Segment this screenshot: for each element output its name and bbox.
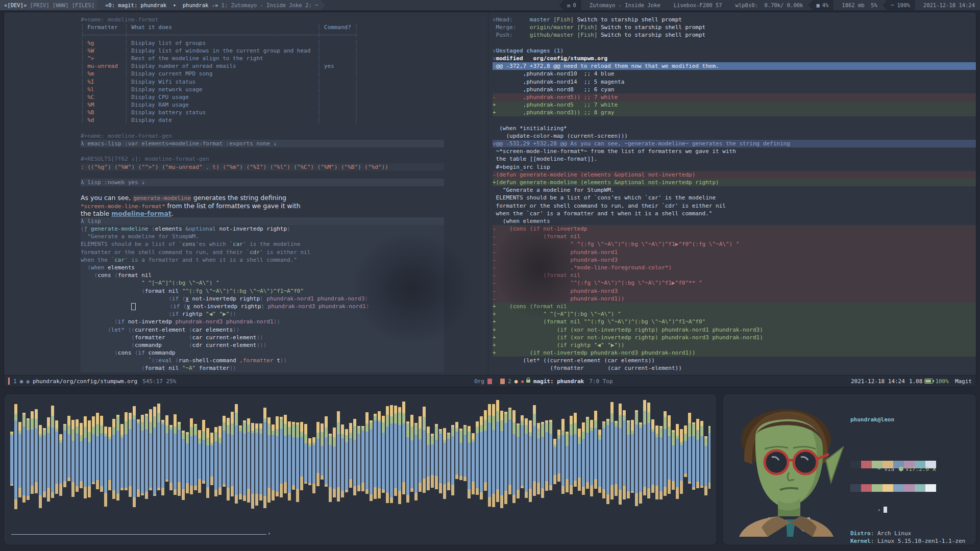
group-list[interactable]: «[DEV]» [PRIV] [WWW] [FILES] (0, 0, 102, 10)
visualizer-bar (316, 400, 320, 523)
buffer-line: ELEMENTS should be a list of `cons'es wh… (493, 194, 976, 202)
buffer-line: (formatter (car current-element)) (493, 364, 976, 372)
buffer-line: + (if rightp "◀" "▶")) (493, 341, 976, 349)
file-icon (487, 379, 492, 384)
visualizer-bar (561, 400, 565, 523)
visualizer-bar (116, 400, 119, 523)
cpu-segment[interactable]: ▦4% (808, 0, 834, 10)
buffer-line: │ %d │ Display date │ │ (81, 116, 488, 124)
visualizer-bar (586, 400, 589, 523)
visualizer-bar (39, 400, 42, 523)
battery-percent: 100% (935, 378, 949, 385)
modeline-right[interactable]: 2 ● ◆ magit: phundrak 7:0 Top 2021-12-18… (496, 375, 976, 387)
visualizer-bar (231, 400, 234, 523)
visualizer-bar (333, 400, 336, 523)
visualizer-bar (406, 400, 409, 523)
visualizer-bar (137, 400, 140, 523)
visualizer-bar (394, 400, 397, 523)
buffer-line: *screen-mode-line-format* from the list … (81, 202, 488, 210)
visualizer-bar (308, 400, 311, 523)
prompt-dir: ~ (877, 466, 881, 472)
buffer-line: - ,phundrak-nord5)) ;; 7 white (493, 93, 976, 101)
buffer-line: │ %m │ Display current MPD song │ │ (81, 70, 488, 78)
stumpwm-modeline-bar: «[DEV]» [PRIV] [WWW] [FILES] «0: magit: … (0, 0, 980, 10)
visualizer-bar (414, 400, 418, 523)
visualizer-bar (27, 400, 30, 523)
buffer-line: v@@ -372,7 +372,8 @@ need to reload them… (493, 62, 976, 70)
visualizer-bar (325, 400, 328, 523)
visualizer-bar (378, 400, 381, 523)
visualizer-bar (480, 400, 483, 523)
desktop: «[DEV]» [PRIV] [WWW] [FILES] «0: magit: … (0, 0, 980, 551)
status-segment[interactable]: Zutomayo - Inside Joke (581, 0, 666, 10)
visualizer-bar (512, 400, 516, 523)
buffer-line: │ %M │ Display RAM usage │ │ (81, 101, 488, 109)
visualizer-bar (247, 400, 250, 523)
visualizer-bar (18, 400, 21, 523)
visualizer-bar (96, 400, 99, 523)
visualizer-bar (10, 400, 13, 523)
window-list[interactable]: «0: magit: phundrak • phundrak -» 1: Zut… (97, 0, 325, 10)
buffer-line: vUnstaged changes (1) (493, 47, 976, 55)
visualizer-bar (647, 400, 650, 523)
status-segment[interactable]: ~ 100% (883, 0, 915, 10)
status-segment[interactable]: wlp8s0: 0.70k/ 0.00k (727, 0, 808, 10)
buffer-line: : (("%g") ("%W") ("^>") ("mu-unread" . t… (81, 163, 444, 171)
visualizer-terminal[interactable]: › (4, 394, 717, 545)
visualizer-bar (468, 400, 471, 523)
shell-prompt[interactable]: ~ via v17.2.0 λ › (850, 441, 936, 539)
visualizer-bar (157, 400, 160, 523)
buffer-line: #+begin_src lisp (493, 163, 976, 171)
visualizer-bar (700, 400, 703, 523)
visualizer-bar (680, 400, 683, 523)
org-window[interactable]: #+name: modeline-format│ Formatter │ Wha… (4, 12, 488, 375)
status-segment[interactable]: 2021-12-18 14:24 (915, 0, 980, 10)
buffer-line: when the `car' is a formatter and t when… (493, 210, 976, 217)
visualizer-bar (578, 400, 581, 523)
visualizer-bar (165, 400, 168, 523)
status-segment[interactable]: Livebox-F200 57 (666, 0, 727, 10)
buffer-line: ~*screen-mode-line-format*~ from the lis… (493, 147, 976, 155)
load-average: 1.08 (909, 378, 923, 385)
visualizer-bar (353, 400, 356, 523)
visualizer-bar (120, 400, 124, 523)
visualizer-bar (639, 400, 642, 523)
buffer-line: the table [[modeline-format]]. (493, 155, 976, 163)
buffer-line: │ %l │ Display network usage │ │ (81, 86, 488, 93)
status-segment[interactable]: 1862 mb 5% (834, 0, 883, 10)
visualizer-bar (259, 400, 262, 523)
orc-avatar (729, 400, 844, 539)
visualizer-bar (574, 400, 577, 523)
buffer-line: λ lisp (81, 217, 444, 225)
visualizer-bar (537, 400, 540, 523)
mail-segment[interactable]: ✉0 (559, 0, 581, 10)
visualizer-bar (439, 400, 442, 523)
mail-icon: ✉ (567, 2, 570, 8)
visualizer-bar (398, 400, 401, 523)
magit-window[interactable]: vHead: master [Fish] Switch to starship … (488, 12, 976, 375)
visualizer-bar (59, 400, 62, 523)
window-number: 1 (13, 378, 17, 385)
visualizer-bar (235, 400, 238, 523)
visualizer-bar (382, 400, 385, 523)
visualizer-bar (365, 400, 369, 523)
visualizer-bar (427, 400, 430, 523)
modeline-left[interactable]: 1 ● ◉ phundrak/org/config/stumpwm.org 54… (4, 375, 496, 387)
fetch-terminal[interactable]: phundrak@leon Distro: Arch LinuxKernel: … (723, 394, 976, 545)
visualizer-bar (496, 400, 499, 523)
buffer-line: Push: github/master [Fish] Switch to sta… (493, 31, 976, 39)
visualizer-bar (423, 400, 426, 523)
visualizer-bar (129, 400, 132, 523)
visualizer-bar (214, 400, 217, 523)
visualizer-bar (529, 400, 532, 523)
buffer-line (81, 147, 488, 155)
buffer-line: │ %B │ Display battery status │ │ (81, 109, 488, 116)
visualizer-bar (606, 400, 609, 523)
buffer-line: │ %W │ Display list of windows in the cu… (81, 47, 488, 55)
buffer-state-icon (500, 379, 505, 384)
visualizer-bar (161, 400, 164, 523)
visualizer-bar (149, 400, 152, 523)
visualizer-bar (67, 400, 70, 523)
visualizer-bar (370, 400, 373, 523)
visualizer-bar (484, 400, 487, 523)
